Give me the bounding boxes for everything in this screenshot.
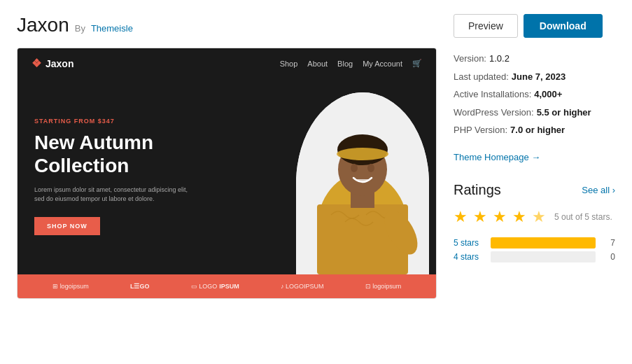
updated-row: Last updated: June 7, 2023 — [454, 70, 615, 84]
theme-name: Jaxon — [17, 14, 69, 36]
rating-count-4: 0 — [601, 252, 615, 262]
rating-bar-5stars: 5 stars 7 — [454, 237, 615, 248]
ratings-header: Ratings See all › — [454, 182, 615, 198]
mock-footer-logo-1: ⊞ logoipsum — [52, 283, 89, 290]
mock-nav-links: Shop About Blog My Account 🛒 — [280, 59, 422, 68]
version-row: Version: 1.0.2 — [454, 52, 615, 66]
download-button[interactable]: Download — [524, 14, 603, 38]
rating-bars: 5 stars 7 4 stars 0 — [454, 237, 615, 262]
theme-preview: ❖ Jaxon Shop About Blog My Account 🛒 Sta… — [17, 48, 437, 299]
version-label: Version: — [454, 52, 486, 66]
person-svg — [296, 92, 429, 274]
right-column: Preview Download Version: 1.0.2 Last upd… — [454, 14, 615, 299]
star-5: ★ — [532, 208, 546, 226]
version-value: 1.0.2 — [489, 52, 510, 66]
star-2: ★ — [473, 208, 487, 226]
svg-point-7 — [351, 164, 358, 172]
star-3: ★ — [493, 208, 507, 226]
wp-value: 5.5 or higher — [537, 106, 591, 120]
wp-row: WordPress Version: 5.5 or higher — [454, 106, 615, 120]
mock-shop-now-button[interactable]: SHOP NOW — [34, 217, 100, 235]
theme-homepage-link[interactable]: Theme Homepage → — [454, 152, 540, 162]
rating-count-5: 7 — [601, 238, 615, 248]
ratings-title: Ratings — [454, 182, 501, 198]
mock-hero-content: Starting from $347 New Autumn Collection… — [17, 78, 282, 274]
installs-row: Active Installations: 4,000+ — [454, 88, 615, 102]
preview-button[interactable]: Preview — [454, 14, 518, 38]
mock-hero-desc: Lorem ipsum dolor sit amet, consectetur … — [34, 186, 188, 204]
rating-bar-4stars: 4 stars 0 — [454, 251, 615, 262]
left-column: Jaxon By Themeisle ❖ Jaxon Shop About Bl… — [17, 14, 437, 299]
star-1: ★ — [454, 208, 468, 226]
php-row: PHP Version: 7.0 or higher — [454, 123, 615, 137]
mock-footer-logo-2: L☰GO — [130, 283, 150, 290]
svg-point-8 — [367, 164, 374, 172]
mock-footer-logo-4: ♪ LOGOIPSUM — [281, 283, 324, 290]
author-link[interactable]: Themeisle — [91, 23, 133, 34]
mock-footer-logo-3: ▭ LOGO IPSUM — [191, 283, 239, 290]
rating-fill-5 — [491, 237, 596, 248]
meta-info: Version: 1.0.2 Last updated: June 7, 202… — [454, 52, 615, 137]
by-text: By — [75, 23, 85, 34]
mock-hero: Starting from $347 New Autumn Collection… — [17, 78, 436, 274]
mock-logo-icon: ❖ — [31, 57, 41, 70]
mock-nav-shop: Shop — [280, 59, 298, 68]
mock-hero-tag: Starting from $347 — [34, 118, 265, 125]
php-value: 7.0 or higher — [510, 123, 565, 137]
mock-nav-cart: 🛒 — [412, 59, 422, 68]
rating-label-4[interactable]: 4 stars — [454, 252, 485, 262]
rating-track-4 — [491, 251, 596, 262]
stars-summary: ★ ★ ★ ★ ★ 5 out of 5 stars. — [454, 208, 615, 226]
ratings-section: Ratings See all › ★ ★ ★ ★ ★ 5 out of 5 s… — [454, 182, 615, 262]
mock-nav-blog: Blog — [337, 59, 353, 68]
action-buttons: Preview Download — [454, 14, 615, 38]
mock-logo: ❖ Jaxon — [31, 57, 73, 70]
theme-title-area: Jaxon By Themeisle — [17, 14, 437, 36]
updated-label: Last updated: — [454, 70, 509, 84]
installs-value: 4,000+ — [534, 88, 562, 102]
see-all-link[interactable]: See all › — [582, 185, 615, 195]
mock-hero-image — [282, 78, 436, 274]
wp-label: WordPress Version: — [454, 106, 534, 120]
mock-logo-text: Jaxon — [45, 58, 73, 69]
star-4: ★ — [512, 208, 526, 226]
mock-hero-bg — [296, 92, 429, 274]
mock-hero-title: New Autumn Collection — [34, 132, 265, 176]
rating-track-5 — [491, 237, 596, 248]
mock-nav-account: My Account — [363, 59, 402, 68]
php-label: PHP Version: — [454, 123, 507, 137]
mock-footer: ⊞ logoipsum L☰GO ▭ LOGO IPSUM ♪ LOGOIPSU… — [17, 274, 436, 298]
rating-label-5[interactable]: 5 stars — [454, 238, 485, 248]
mock-navbar: ❖ Jaxon Shop About Blog My Account 🛒 — [17, 48, 436, 78]
updated-value: June 7, 2023 — [512, 70, 566, 84]
mock-footer-logo-5: ⊡ logoipsum — [365, 283, 402, 290]
svg-point-6 — [337, 148, 388, 160]
stars-text: 5 out of 5 stars. — [554, 212, 612, 222]
mock-nav-about: About — [307, 59, 328, 68]
installs-label: Active Installations: — [454, 88, 531, 102]
